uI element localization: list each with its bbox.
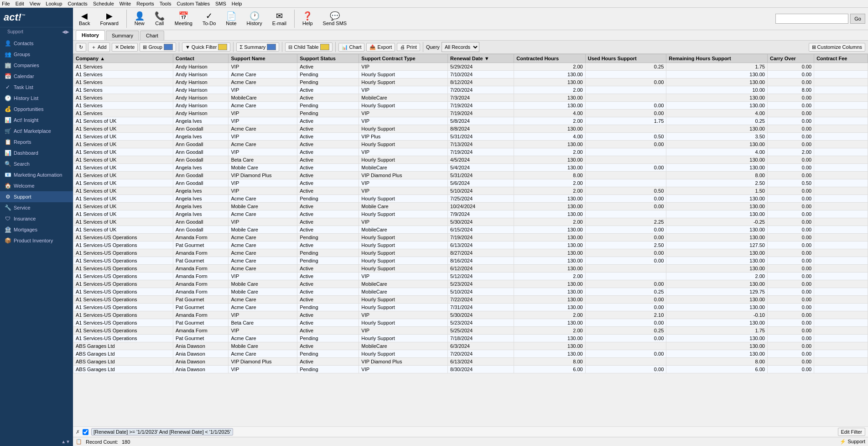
sidebar-item-opportunities[interactable]: 💰 Opportunities xyxy=(0,104,73,115)
sidebar-item-task-list[interactable]: ✓ Task List xyxy=(0,82,73,93)
tab-chart[interactable]: Chart xyxy=(140,31,164,40)
table-row[interactable]: A1 ServicesAndy HarrisonVIPPendingVIP7/1… xyxy=(73,110,868,117)
table-row[interactable]: A1 Services of UKAnn GoodallBeta CareAct… xyxy=(73,156,868,164)
col-support-status[interactable]: Support Status xyxy=(297,54,359,63)
group-button[interactable]: ⊞ Group xyxy=(140,42,176,52)
table-row[interactable]: A1 Services of UKAnn GoodallMobile CareA… xyxy=(73,226,868,234)
table-row[interactable]: A1 Services-US OperationsAmanda FormMobi… xyxy=(73,280,868,288)
table-row[interactable]: A1 ServicesAndy HarrisonMobileCareActive… xyxy=(73,94,868,102)
chart-button[interactable]: 📊 Chart xyxy=(338,43,365,52)
add-button[interactable]: ＋ Add xyxy=(88,42,110,52)
help-button[interactable]: ❓ Help xyxy=(299,10,316,27)
table-row[interactable]: A1 Services of UKAngela IvesAcme CarePen… xyxy=(73,195,868,203)
sidebar-item-welcome[interactable]: 🏠 Welcome xyxy=(0,180,73,191)
table-row[interactable]: A1 Services of UKAngela IvesAcme CareAct… xyxy=(73,210,868,218)
menu-schedule[interactable]: Schedule xyxy=(93,1,114,6)
sidebar-item-calendar[interactable]: 📅 Calendar xyxy=(0,71,73,82)
table-row[interactable]: ABS Garages LtdAnia DawsonVIPPendingVIP8… xyxy=(73,366,868,373)
go-button[interactable]: Go xyxy=(850,14,865,24)
delete-button[interactable]: ✕ Delete xyxy=(112,43,138,52)
menu-write[interactable]: Write xyxy=(120,1,131,6)
col-support-name[interactable]: Support Name xyxy=(229,54,297,63)
note-button[interactable]: 📄 Note xyxy=(223,10,239,27)
table-row[interactable]: A1 Services-US OperationsAmanda FormAcme… xyxy=(73,249,868,257)
table-row[interactable]: A1 Services-US OperationsPat GourmetAcme… xyxy=(73,304,868,311)
print-button[interactable]: 🖨 Print xyxy=(397,43,420,51)
sidebar-item-act-insight[interactable]: 📊 Act! Insight xyxy=(0,115,73,126)
export-button[interactable]: 📤 Export xyxy=(366,43,395,52)
sidebar-bottom-toggle[interactable]: ▲▼ xyxy=(0,437,73,446)
tab-history[interactable]: History xyxy=(76,30,105,40)
meeting-button[interactable]: 📅 Meeting xyxy=(172,10,196,27)
table-row[interactable]: A1 Services of UKAnn GoodallAcme CareAct… xyxy=(73,141,868,148)
table-row[interactable]: A1 Services of UKAngela IvesMobile CareA… xyxy=(73,164,868,172)
col-renewal-date[interactable]: Renewal Date ▼ xyxy=(448,54,514,63)
table-row[interactable]: A1 Services-US OperationsAmanda FormAcme… xyxy=(73,234,868,241)
call-button[interactable]: 📞 Call xyxy=(151,10,168,27)
menu-lookup[interactable]: Lookup xyxy=(46,1,62,6)
table-row[interactable]: A1 Services of UKAnn GoodallVIP Diamond … xyxy=(73,172,868,179)
col-contract-type[interactable]: Support Contract Type xyxy=(359,54,448,63)
table-row[interactable]: A1 ServicesAndy HarrisonVIPActiveVIP5/29… xyxy=(73,63,868,71)
table-row[interactable]: A1 Services of UKAnn GoodallVIPActiveVIP… xyxy=(73,179,868,187)
customize-columns-button[interactable]: ⊞ Customize Columns xyxy=(809,43,865,52)
menu-edit[interactable]: Edit xyxy=(16,1,24,6)
filter-checkbox[interactable] xyxy=(83,429,88,435)
col-contact[interactable]: Contact xyxy=(173,54,229,63)
sidebar-item-mortgages[interactable]: 🏦 Mortgages xyxy=(0,224,73,235)
menu-view[interactable]: View xyxy=(30,1,41,6)
menu-custom-tables[interactable]: Custom Tables xyxy=(177,1,210,6)
table-row[interactable]: A1 Services-US OperationsAmanda FormVIPA… xyxy=(73,273,868,280)
col-contract-fee[interactable]: Contract Fee xyxy=(814,54,868,63)
sidebar-item-marketing[interactable]: 📧 Marketing Automation xyxy=(0,169,73,180)
menu-sms[interactable]: SMS xyxy=(215,1,226,6)
child-table-button[interactable]: ⊟ Child Table xyxy=(285,42,332,52)
sidebar-item-insurance[interactable]: 🛡 Insurance xyxy=(0,213,73,224)
menu-file[interactable]: File xyxy=(2,1,10,6)
col-remaining-hours[interactable]: Remaining Hours Support xyxy=(666,54,768,63)
todo-button[interactable]: ✓ To-Do xyxy=(199,10,219,27)
search-input[interactable] xyxy=(775,14,848,24)
sidebar-item-history-list[interactable]: 🕐 History List xyxy=(0,93,73,104)
table-row[interactable]: A1 Services of UKAnn GoodallAcme CareAct… xyxy=(73,125,868,133)
table-row[interactable]: A1 Services-US OperationsPat GourmetAcme… xyxy=(73,296,868,304)
sidebar-item-service[interactable]: 🔧 Service xyxy=(0,202,73,213)
tab-summary[interactable]: Summary xyxy=(106,31,139,40)
sidebar-item-reports[interactable]: 📋 Reports xyxy=(0,136,73,147)
col-used-hours[interactable]: Used Hours Support xyxy=(585,54,666,63)
table-row[interactable]: A1 ServicesAndy HarrisonAcme CarePending… xyxy=(73,102,868,110)
new-button[interactable]: 👤 New xyxy=(131,10,148,27)
table-row[interactable]: A1 ServicesAndy HarrisonAcme CarePending… xyxy=(73,79,868,86)
sidebar-item-companies[interactable]: 🏢 Companies xyxy=(0,60,73,71)
quick-filter-button[interactable]: ▼ Quick Filter xyxy=(182,42,231,52)
filter-close-button[interactable]: ✗ xyxy=(76,429,80,435)
history-button[interactable]: 🕐 History xyxy=(244,10,265,27)
table-row[interactable]: A1 Services of UKAnn GoodallVIPActiveVIP… xyxy=(73,148,868,156)
send-sms-button[interactable]: 💬 Send SMS xyxy=(320,10,350,27)
table-row[interactable]: A1 Services-US OperationsAmanda FormAcme… xyxy=(73,265,868,273)
sidebar-item-search[interactable]: 🔍 Search xyxy=(0,158,73,169)
table-row[interactable]: A1 Services-US OperationsAmanda FormVIPA… xyxy=(73,311,868,319)
query-select[interactable]: All Records xyxy=(442,42,479,52)
table-row[interactable]: A1 Services-US OperationsAmanda FormMobi… xyxy=(73,288,868,296)
table-row[interactable]: A1 Services of UKAngela IvesVIPActiveVIP… xyxy=(73,187,868,195)
menu-help[interactable]: Help xyxy=(232,1,242,6)
table-row[interactable]: A1 Services of UKAngela IvesMobile CareA… xyxy=(73,203,868,210)
menu-tools[interactable]: Tools xyxy=(160,1,172,6)
table-row[interactable]: A1 Services-US OperationsPat GourmetAcme… xyxy=(73,257,868,265)
sidebar-item-contacts[interactable]: 👤 Contacts xyxy=(0,38,73,49)
menu-contacts[interactable]: Contacts xyxy=(68,1,87,6)
table-row[interactable]: A1 Services of UKAngela IvesVIPActiveVIP… xyxy=(73,117,868,125)
table-row[interactable]: A1 Services of UKAnn GoodallVIPActiveVIP… xyxy=(73,218,868,226)
table-row[interactable]: A1 ServicesAndy HarrisonVIPActiveVIP7/20… xyxy=(73,86,868,94)
edit-filter-button[interactable]: Edit Filter xyxy=(838,428,865,436)
back-button[interactable]: ◀ Back xyxy=(76,10,93,27)
refresh-button[interactable]: ↻ xyxy=(76,43,86,52)
sidebar-item-dashboard[interactable]: 📊 Dashboard xyxy=(0,147,73,158)
table-row[interactable]: A1 Services-US OperationsAmanda FormVIPA… xyxy=(73,327,868,335)
menu-reports[interactable]: Reports xyxy=(136,1,154,6)
table-row[interactable]: A1 Services-US OperationsPat GourmetBeta… xyxy=(73,319,868,327)
table-row[interactable]: ABS Garages LtdAnia DawsonVIP Diamond Pl… xyxy=(73,358,868,366)
table-row[interactable]: A1 Services-US OperationsPat GourmetAcme… xyxy=(73,241,868,249)
email-button[interactable]: ✉ E-mail xyxy=(269,10,290,27)
